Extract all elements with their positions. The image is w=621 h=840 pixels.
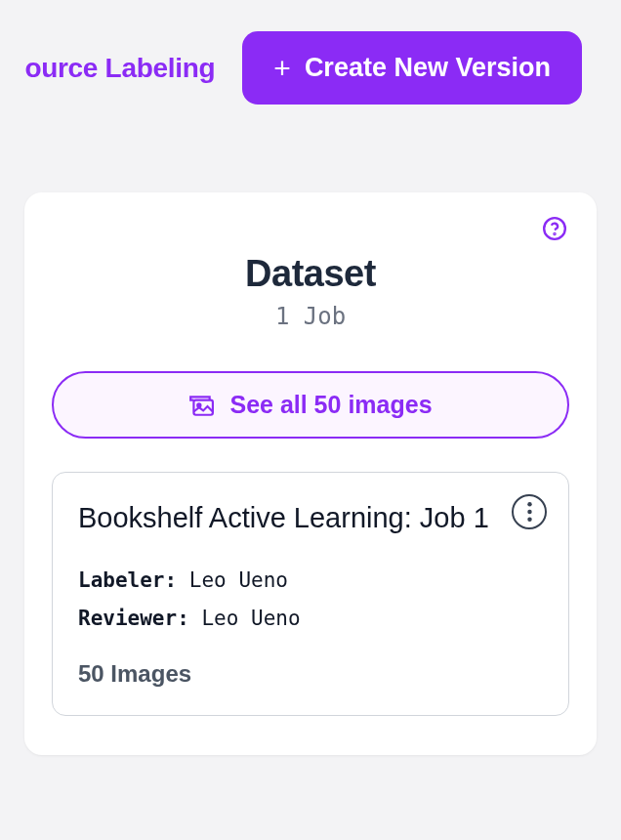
svg-point-6 [527,518,531,522]
svg-point-1 [554,233,555,234]
labeler-label: Labeler: [78,568,177,592]
job-labeler-row: Labeler: Leo Ueno [78,562,543,601]
create-button-label: Create New Version [305,53,551,83]
plus-icon: + [273,54,291,83]
job-image-count: 50 Images [78,660,543,688]
see-all-images-button[interactable]: See all 50 images [52,371,569,439]
reviewer-label: Reviewer: [78,607,189,630]
help-icon[interactable] [542,216,567,241]
job-card: Bookshelf Active Learning: Job 1 Labeler… [52,472,569,716]
job-more-button[interactable] [512,494,547,529]
reviewer-name: Leo Ueno [201,607,300,630]
images-icon [188,395,214,416]
labeler-name: Leo Ueno [189,568,288,592]
job-meta: Labeler: Leo Ueno Reviewer: Leo Ueno [78,562,543,640]
job-title: Bookshelf Active Learning: Job 1 [78,498,543,538]
create-new-version-button[interactable]: + Create New Version [242,31,582,105]
job-reviewer-row: Reviewer: Leo Ueno [78,600,543,639]
more-vertical-icon [527,502,532,522]
header-bar: ource Labeling + Create New Version [0,0,621,105]
see-all-label: See all 50 images [229,391,432,419]
svg-point-5 [527,510,531,514]
dataset-card: Dataset 1 Job See all 50 images Bookshel… [24,192,597,755]
svg-point-4 [527,502,531,506]
card-subtitle: 1 Job [52,303,569,330]
card-title: Dataset [52,253,569,295]
source-labeling-link[interactable]: ource Labeling [24,53,215,84]
